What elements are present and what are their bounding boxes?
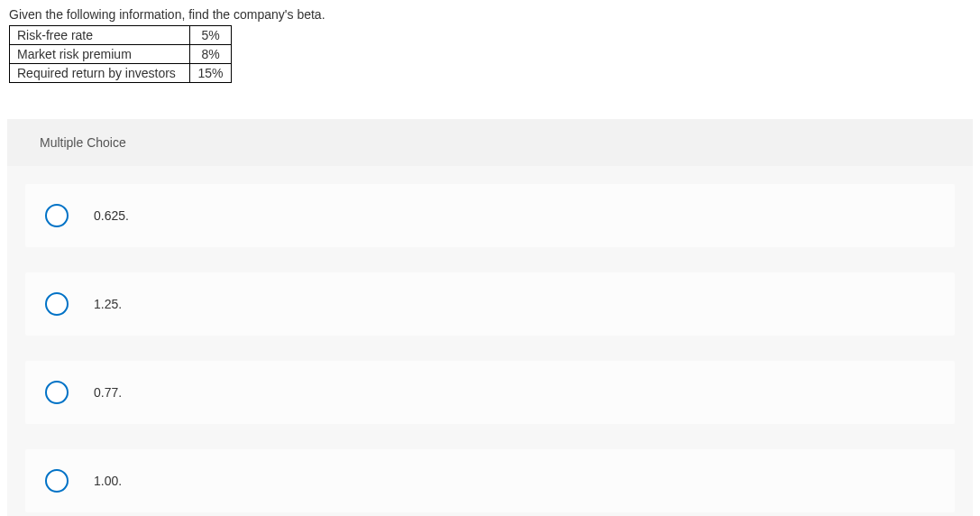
table-label: Market risk premium xyxy=(10,45,190,64)
table-row: Risk-free rate 5% xyxy=(10,26,232,45)
quiz-container: Multiple Choice 0.625. 1.25. 0.77. 1.00. xyxy=(7,119,973,516)
option-label: 0.77. xyxy=(94,385,122,400)
radio-button[interactable] xyxy=(45,381,69,404)
option-label: 1.25. xyxy=(94,297,122,311)
table-row: Market risk premium 8% xyxy=(10,45,232,64)
question-type-label: Multiple Choice xyxy=(7,119,973,166)
option-label: 0.625. xyxy=(94,208,129,223)
option-row[interactable]: 0.625. xyxy=(25,184,955,247)
question-prompt: Given the following information, find th… xyxy=(7,7,973,22)
radio-button[interactable] xyxy=(45,204,69,227)
table-value: 15% xyxy=(190,64,232,83)
table-row: Required return by investors 15% xyxy=(10,64,232,83)
radio-button[interactable] xyxy=(45,469,69,493)
option-row[interactable]: 0.77. xyxy=(25,361,955,424)
option-row[interactable]: 1.25. xyxy=(25,272,955,336)
option-label: 1.00. xyxy=(94,474,122,488)
table-value: 8% xyxy=(190,45,232,64)
table-value: 5% xyxy=(190,26,232,45)
table-label: Risk-free rate xyxy=(10,26,190,45)
option-row[interactable]: 1.00. xyxy=(25,449,955,512)
table-label: Required return by investors xyxy=(10,64,190,83)
options-list: 0.625. 1.25. 0.77. 1.00. xyxy=(7,166,973,516)
radio-button[interactable] xyxy=(45,292,69,316)
data-table: Risk-free rate 5% Market risk premium 8%… xyxy=(9,25,232,83)
